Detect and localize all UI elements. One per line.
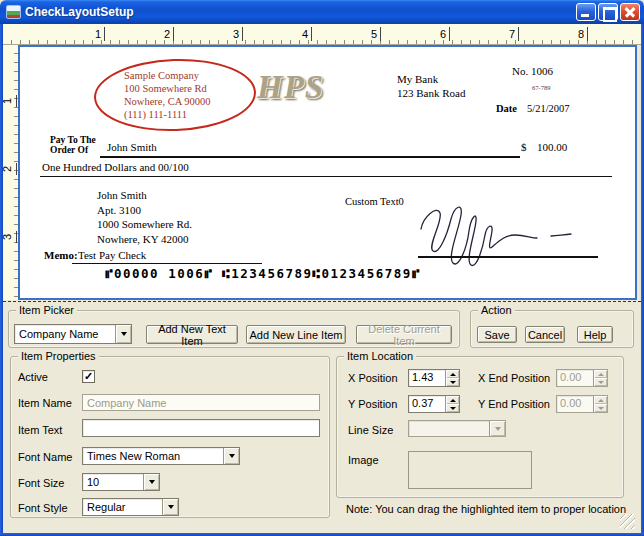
check-canvas[interactable]: Sample Company 100 Somewhere Rd Nowhere,… (18, 45, 637, 300)
save-button[interactable]: Save (477, 326, 517, 343)
custom-text-item[interactable]: Custom Text0 (345, 196, 404, 207)
canvas-panel-separator (3, 301, 641, 302)
bank-address: 123 Bank Road (397, 86, 465, 100)
item-picker-selected: Company Name (15, 328, 115, 340)
font-name-label: Font Name (18, 451, 72, 463)
bank-name: My Bank (397, 72, 465, 86)
hps-logo[interactable]: HPS (257, 69, 324, 106)
company-city: Nowhere, CA 90000 (124, 95, 211, 108)
memo-value[interactable]: Test Pay Check (78, 249, 146, 261)
delete-current-item-button: Delete Current Item (356, 325, 452, 344)
amount-value[interactable]: 100.00 (537, 141, 567, 153)
x-position-label: X Position (348, 372, 398, 384)
dropdown-arrow-icon[interactable] (162, 499, 178, 515)
check-layout-setup-window: CheckLayoutSetup 1 2 3 4 5 6 7 8 1 2 3 S… (0, 0, 644, 536)
font-name-combobox[interactable]: Times New Roman (82, 447, 240, 465)
spin-up-icon[interactable] (446, 396, 459, 404)
maximize-button[interactable] (598, 3, 618, 21)
minimize-button[interactable] (576, 3, 596, 21)
checkmark-icon: ✓ (84, 370, 93, 382)
ruler-mark: 2 (1, 163, 17, 175)
font-size-combobox[interactable]: 10 (82, 473, 160, 491)
ruler-mark: 1 (1, 95, 17, 107)
item-text-label: Item Text (18, 424, 62, 436)
font-style-combobox[interactable]: Regular (82, 498, 179, 516)
close-button[interactable] (620, 3, 640, 21)
check-number-value: 1006 (531, 65, 553, 77)
add-new-text-item-button[interactable]: Add New Text Item (146, 325, 238, 344)
spin-down-icon[interactable] (446, 378, 459, 386)
image-label: Image (348, 454, 379, 466)
x-end-position-value: 0.00 (557, 370, 593, 386)
dropdown-arrow-icon[interactable] (223, 448, 239, 464)
ruler-mark: 4 (296, 27, 312, 41)
x-position-spinner[interactable]: 1.43 (408, 369, 460, 387)
spin-down-icon (594, 404, 607, 412)
y-position-label: Y Position (348, 398, 397, 410)
signature-line (418, 256, 598, 258)
item-picker-combobox[interactable]: Company Name (14, 324, 132, 344)
drag-hint-note: Note: You can drag the highlighted item … (346, 503, 626, 515)
company-address-block[interactable]: Sample Company 100 Somewhere Rd Nowhere,… (124, 69, 211, 121)
horizontal-ruler: 1 2 3 4 5 6 7 8 (3, 24, 641, 45)
font-name-value: Times New Roman (83, 450, 223, 462)
bank-block[interactable]: My Bank 123 Bank Road (397, 72, 465, 100)
spin-up-icon[interactable] (446, 370, 459, 378)
vertical-ruler: 1 2 3 (3, 45, 18, 300)
payee-underline (100, 156, 520, 158)
dropdown-arrow-icon[interactable] (143, 474, 159, 490)
spin-down-icon[interactable] (446, 404, 459, 412)
currency-symbol[interactable]: $ (521, 141, 527, 153)
pay-to-label[interactable]: Pay To The Order Of (50, 135, 96, 155)
line-size-label: Line Size (348, 424, 393, 436)
date-line[interactable]: Date5/21/2007 (496, 103, 570, 114)
amount-in-words[interactable]: One Hundred Dollars and 00/100 (42, 161, 189, 173)
y-end-position-value: 0.00 (557, 396, 593, 412)
date-value: 5/21/2007 (527, 103, 570, 114)
y-end-position-spinner: 0.00 (556, 395, 608, 413)
payee-address-block[interactable]: John Smith Apt. 3100 1000 Somewhere Rd. … (97, 188, 192, 246)
y-end-position-label: Y End Position (478, 398, 550, 410)
routing-fraction[interactable]: 67-789 (532, 84, 550, 91)
y-position-spinner[interactable]: 0.37 (408, 395, 460, 413)
company-phone: (111) 111-1111 (124, 108, 211, 121)
item-properties-group: Item Properties (10, 356, 330, 518)
ruler-mark: 8 (572, 27, 588, 41)
company-street: 100 Somewhere Rd (124, 82, 211, 95)
titlebar[interactable]: CheckLayoutSetup (0, 0, 644, 24)
date-label: Date (496, 103, 517, 114)
item-text-field[interactable] (82, 419, 320, 437)
app-icon (6, 5, 21, 19)
memo-label[interactable]: Memo: (44, 249, 78, 261)
dropdown-arrow-icon[interactable] (115, 325, 131, 343)
resize-grip[interactable] (620, 514, 635, 529)
window-title: CheckLayoutSetup (25, 5, 576, 19)
spin-up-icon (594, 396, 607, 404)
font-style-value: Regular (83, 501, 162, 513)
signature-scrawl[interactable] (413, 195, 593, 273)
y-position-value: 0.37 (409, 396, 445, 412)
item-name-label: Item Name (18, 397, 72, 409)
help-button[interactable]: Help (577, 326, 613, 343)
item-picker-title: Item Picker (16, 304, 77, 316)
cancel-button[interactable]: Cancel (525, 326, 565, 343)
micr-line[interactable]: ⑈00000 1006⑈ ⑆123456789⑆0123456789⑈ (105, 266, 421, 281)
spin-down-icon (594, 378, 607, 386)
memo-underline (72, 263, 262, 264)
font-style-label: Font Style (18, 502, 68, 514)
check-number[interactable]: No. 1006 (512, 65, 553, 77)
action-title: Action (478, 304, 515, 316)
spin-up-icon (594, 370, 607, 378)
company-name: Sample Company (124, 69, 211, 82)
payee-name[interactable]: John Smith (107, 141, 157, 153)
item-properties-title: Item Properties (18, 350, 99, 362)
window-border-left (0, 24, 3, 536)
item-location-title: Item Location (344, 350, 416, 362)
x-end-position-spinner: 0.00 (556, 369, 608, 387)
x-end-position-label: X End Position (478, 372, 550, 384)
ruler-mark: 3 (227, 27, 243, 41)
active-checkbox[interactable]: ✓ (82, 370, 95, 383)
ruler-mark: 3 (1, 231, 17, 243)
add-new-line-item-button[interactable]: Add New Line Item (246, 325, 346, 344)
image-box[interactable] (408, 451, 532, 489)
